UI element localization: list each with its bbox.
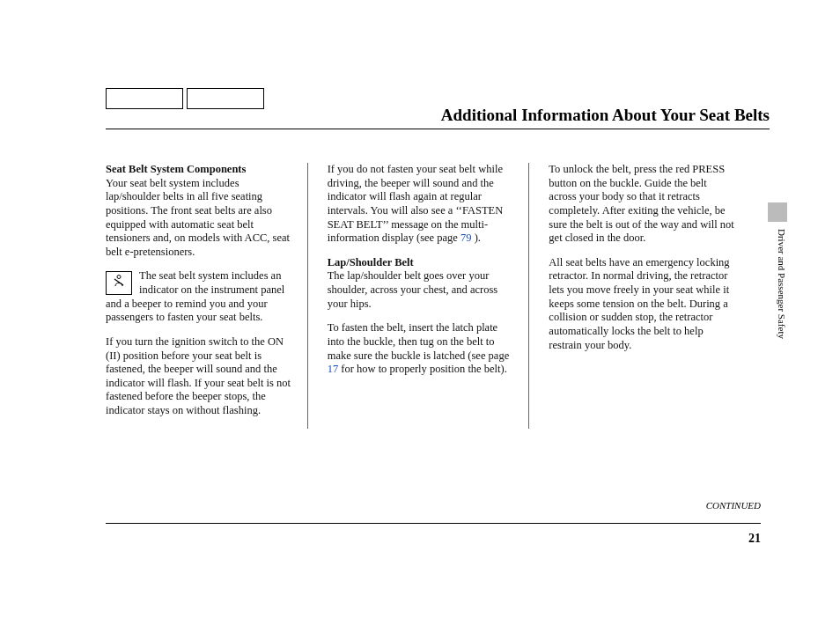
column-3: To unlock the belt, press the red PRESS … — [549, 163, 734, 429]
col1-heading-1: Seat Belt System Components — [106, 163, 246, 175]
col2-paragraph-3: To fasten the belt, insert the latch pla… — [328, 321, 513, 377]
column-1: Seat Belt System Components Your seat be… — [106, 163, 308, 429]
col3-paragraph-2: All seat belts have an emergency locking… — [549, 256, 734, 352]
col2-p3b: for how to properly position the belt). — [341, 363, 507, 375]
col2-p2-text: The lap/shoulder belt goes over your sho… — [328, 269, 498, 309]
manual-page: Additional Information About Your Seat B… — [0, 0, 840, 625]
title-row: Additional Information About Your Seat B… — [106, 106, 770, 129]
col2-paragraph-1: If you do not fasten your seat belt whil… — [328, 163, 513, 246]
page-link-79[interactable]: 79 — [461, 232, 472, 244]
col2-p1b: ). — [475, 232, 481, 244]
page-number: 21 — [748, 532, 761, 546]
continued-label: CONTINUED — [706, 500, 761, 511]
col1-paragraph-2: The seat belt system includes an indicat… — [106, 269, 291, 325]
column-2: If you do not fasten your seat belt whil… — [328, 163, 530, 429]
content-columns: Seat Belt System Components Your seat be… — [106, 163, 734, 429]
col2-paragraph-2: Lap/Shoulder Belt The lap/shoulder belt … — [328, 256, 513, 312]
col1-paragraph-3: If you turn the ignition switch to the O… — [106, 335, 291, 418]
section-side-label: Driver and Passenger Safety — [777, 229, 787, 339]
page-link-17[interactable]: 17 — [328, 363, 339, 375]
col2-p3a: To fasten the belt, insert the latch pla… — [328, 321, 510, 361]
page-title: Additional Information About Your Seat B… — [106, 106, 770, 125]
footer-rule — [106, 523, 761, 524]
side-tab-marker — [768, 202, 787, 222]
col1-paragraph-1: Seat Belt System Components Your seat be… — [106, 163, 291, 259]
col1-p1-text: Your seat belt system includes lap/shoul… — [106, 177, 290, 258]
col2-heading: Lap/Shoulder Belt — [328, 256, 414, 268]
col1-p2-text: The seat belt system includes an indicat… — [106, 269, 284, 323]
svg-point-0 — [117, 276, 121, 279]
seatbelt-indicator-icon — [106, 271, 132, 295]
col3-paragraph-1: To unlock the belt, press the red PRESS … — [549, 163, 734, 246]
